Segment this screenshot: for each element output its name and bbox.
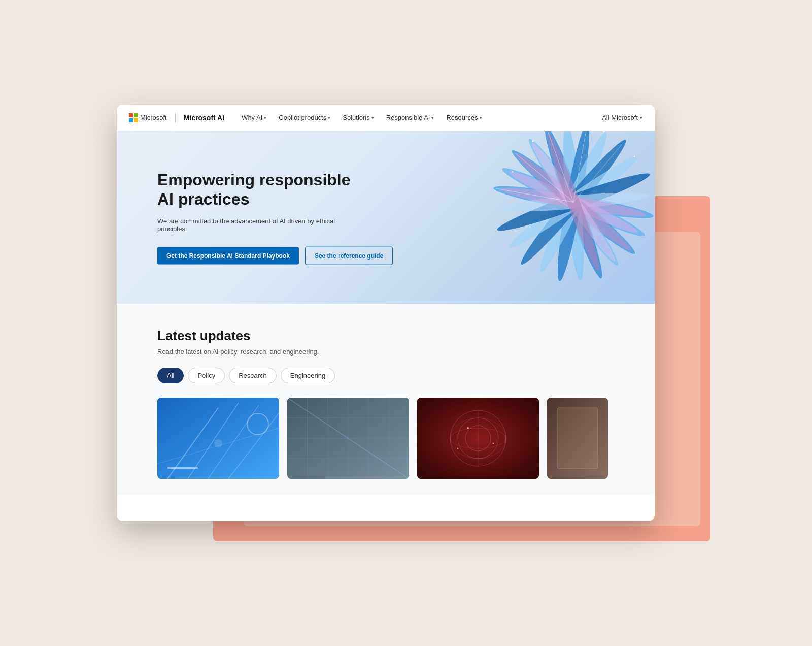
browser-window: Microsoft Microsoft AI Why AI ▾ Copilot … — [117, 105, 655, 521]
card-4[interactable] — [547, 398, 608, 479]
svg-point-34 — [214, 439, 222, 447]
card-4-image — [547, 398, 608, 479]
card-1-image — [157, 398, 279, 479]
ms-logo-red — [129, 113, 133, 117]
nav-item-responsible-ai-label: Responsible AI — [386, 114, 430, 121]
svg-point-25 — [634, 156, 635, 157]
filter-tab-research[interactable]: Research — [229, 368, 277, 383]
nav-item-why-ai-label: Why AI — [242, 114, 262, 121]
hero-section: Empowering responsible AI practices We a… — [117, 131, 655, 304]
svg-rect-56 — [557, 408, 598, 469]
hero-buttons: Get the Responsible AI Standard Playbook… — [157, 246, 360, 265]
ms-logo-yellow — [134, 118, 138, 122]
updates-title: Latest updates — [157, 328, 614, 344]
card-2[interactable] — [287, 398, 409, 479]
svg-point-26 — [512, 171, 514, 173]
card-2-image — [287, 398, 409, 479]
filter-tabs: All Policy Research Engineering — [157, 368, 614, 383]
hero-illustration — [411, 131, 655, 304]
outer-wrapper: Microsoft Microsoft AI Why AI ▾ Copilot … — [117, 105, 695, 541]
get-playbook-button[interactable]: Get the Responsible AI Standard Playbook — [157, 247, 299, 264]
nav-item-resources-label: Resources — [446, 114, 478, 121]
nav-item-solutions[interactable]: Solutions ▾ — [337, 111, 379, 124]
card-3-image — [417, 398, 539, 479]
see-reference-guide-button[interactable]: See the reference guide — [305, 246, 393, 265]
chevron-down-icon: ▾ — [264, 115, 266, 120]
updates-subtitle: Read the latest on AI policy, research, … — [157, 348, 614, 356]
chevron-down-icon: ▾ — [640, 115, 642, 120]
filter-tab-policy[interactable]: Policy — [188, 368, 225, 383]
hero-visual — [411, 131, 655, 304]
nav-item-solutions-label: Solutions — [343, 114, 369, 121]
svg-point-22 — [532, 140, 534, 142]
card-1[interactable] — [157, 398, 279, 479]
hero-title: Empowering responsible AI practices — [157, 170, 360, 209]
svg-point-24 — [603, 131, 605, 132]
ms-logo-text: Microsoft — [140, 114, 167, 121]
all-microsoft-label: All Microsoft — [602, 114, 638, 121]
navbar: Microsoft Microsoft AI Why AI ▾ Copilot … — [117, 105, 655, 131]
filter-tab-all[interactable]: All — [157, 368, 184, 383]
nav-item-copilot-label: Copilot products — [279, 114, 326, 121]
filter-tab-engineering[interactable]: Engineering — [281, 368, 335, 383]
svg-point-52 — [467, 427, 469, 429]
svg-point-53 — [493, 443, 494, 444]
card-3[interactable] — [417, 398, 539, 479]
nav-item-resources[interactable]: Resources ▾ — [441, 111, 487, 124]
ms-logo-green — [134, 113, 138, 117]
nav-item-copilot[interactable]: Copilot products ▾ — [274, 111, 335, 124]
chevron-down-icon: ▾ — [431, 115, 434, 120]
hero-content: Empowering responsible AI practices We a… — [157, 170, 360, 265]
svg-point-54 — [457, 448, 459, 449]
all-microsoft-nav[interactable]: All Microsoft ▾ — [602, 114, 642, 121]
nav-divider — [175, 113, 176, 123]
hero-subtitle: We are committed to the advancement of A… — [157, 217, 360, 232]
chevron-down-icon: ▾ — [328, 115, 330, 120]
ms-logo-blue — [129, 118, 133, 122]
ms-ai-brand[interactable]: Microsoft AI — [184, 114, 224, 122]
microsoft-logo[interactable]: Microsoft — [129, 113, 167, 122]
chevron-down-icon: ▾ — [480, 115, 482, 120]
nav-item-responsible-ai[interactable]: Responsible AI ▾ — [381, 111, 439, 124]
chevron-down-icon: ▾ — [371, 115, 374, 120]
ms-logo-grid — [129, 113, 138, 122]
nav-items: Why AI ▾ Copilot products ▾ Solutions ▾ … — [236, 111, 598, 124]
updates-section: Latest updates Read the latest on AI pol… — [117, 304, 655, 495]
nav-item-why-ai[interactable]: Why AI ▾ — [236, 111, 272, 124]
cards-row — [157, 398, 614, 479]
